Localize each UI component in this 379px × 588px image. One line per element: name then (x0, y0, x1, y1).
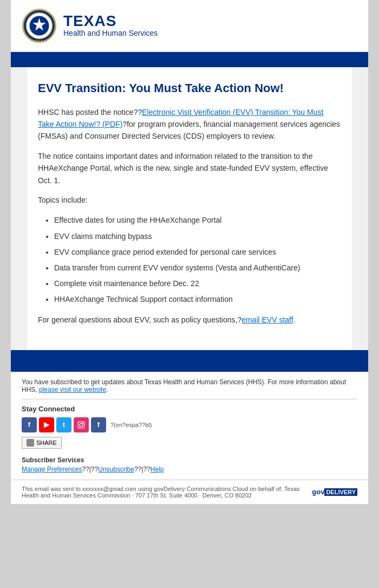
subscription-suffix: . (106, 386, 108, 393)
svg-point-7 (82, 423, 83, 424)
unsubscribe-link[interactable]: Unsubscribe (98, 466, 134, 473)
para1-prefix: HHSC has posted the notice?? (38, 108, 142, 117)
svg-text:★ ★ ★ ★ ★ ★ ★: ★ ★ ★ ★ ★ ★ ★ (30, 40, 49, 42)
texas-seal-icon: ★ ★ ★ ★ ★ ★ ★ (22, 8, 57, 43)
list-item: Data transfer from current EVV vendor sy… (54, 261, 341, 275)
paragraph-4: For general questions about EVV, such as… (38, 314, 341, 326)
subscriber-services-title: Subscriber Services (22, 456, 357, 464)
twitter-icon[interactable]: t (56, 417, 71, 432)
share-icon (27, 439, 34, 447)
sep2: ??|?? (134, 466, 151, 473)
facebook2-icon[interactable]: f (91, 417, 106, 432)
share-label: SHARE (36, 440, 57, 446)
list-item: Complete visit maintenance before Dec. 2… (54, 277, 341, 290)
paragraph-1: HHSC has posted the notice??Electronic V… (38, 106, 341, 143)
govdelivery-label: gov (312, 488, 324, 496)
youtube-icon[interactable]: ▶ (39, 417, 54, 432)
govdelivery-logo: govDELIVERY (312, 488, 357, 496)
article-title: EVV Transition: You Must Take Action Now… (38, 81, 341, 96)
org-name-line1: TEXAS (63, 14, 158, 29)
footer-area: You have subscribed to get updates about… (11, 372, 368, 480)
svg-rect-5 (78, 422, 84, 428)
logo-text: TEXAS Health and Human Services (63, 14, 158, 38)
visit-website-link[interactable]: please visit our website (39, 386, 106, 393)
sep1: ??|?? (82, 466, 98, 473)
social-language-label: ?(en?espa??bl) (110, 422, 152, 428)
org-name-line2: Health and Human Services (63, 29, 158, 38)
share-button[interactable]: SHARE (22, 437, 62, 449)
list-item: EVV compliance grace period extended for… (54, 245, 341, 259)
list-item: HHAeXchange Technical Support contact in… (54, 293, 341, 306)
bottom-footer-bar: This email was sent to xxxxxxx@gmail.com… (11, 480, 368, 504)
manage-preferences-link[interactable]: Manage Preferences (22, 466, 82, 473)
subscriber-services-section: Subscriber Services Manage Preferences??… (22, 456, 357, 473)
svg-point-6 (80, 423, 83, 427)
list-item: EVV claims matching bypass (54, 230, 341, 243)
govdelivery-label-2: DELIVERY (324, 488, 357, 496)
article-content: EVV Transition: You Must Take Action Now… (27, 67, 352, 350)
social-icons-row: f ▶ t f ?(en?espa??bl) (22, 417, 357, 432)
list-item: Effective dates for using the HHAeXchang… (54, 214, 341, 227)
para4-prefix: For general questions about EVV, such as… (38, 315, 241, 324)
top-blue-banner (11, 52, 368, 67)
para4-suffix: . (293, 315, 296, 324)
content-area: EVV Transition: You Must Take Action Now… (11, 67, 368, 350)
bottom-footer-text: This email was sent to xxxxxxx@gmail.com… (22, 486, 312, 499)
bottom-blue-banner (11, 350, 368, 372)
help-link[interactable]: Help (151, 466, 164, 473)
stay-connected-label: Stay Connected (22, 405, 357, 413)
instagram-icon[interactable] (74, 417, 89, 432)
paragraph-3: Topics include: (38, 194, 341, 206)
article-body: HHSC has posted the notice??Electronic V… (38, 106, 341, 326)
facebook-icon[interactable]: f (22, 417, 37, 432)
paragraph-2: The notice contains important dates and … (38, 150, 341, 186)
subscription-text: You have subscribed to get updates about… (22, 378, 357, 393)
email-header: ★ ★ ★ ★ ★ ★ ★ TEXAS Health and Human Ser… (11, 0, 368, 52)
topics-list: Effective dates for using the HHAeXchang… (54, 214, 341, 306)
email-evv-link[interactable]: email EVV staff (241, 315, 293, 324)
footer-divider (22, 399, 357, 399)
